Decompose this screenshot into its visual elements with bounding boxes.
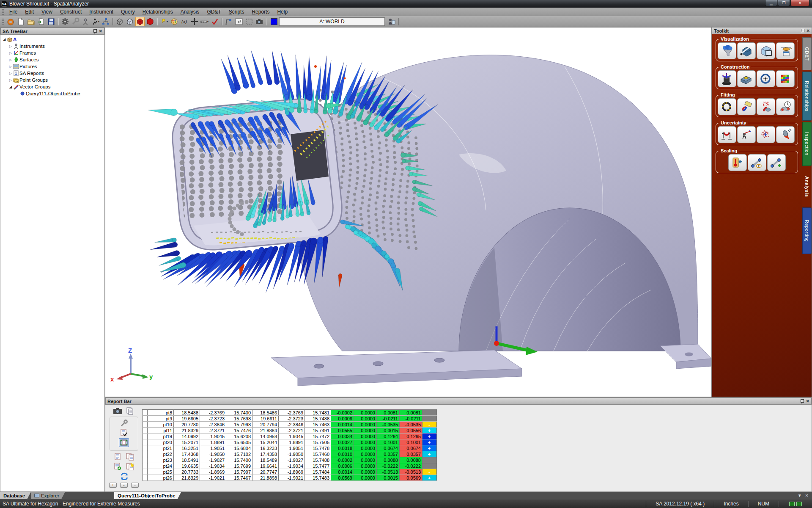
check-mark-icon[interactable] [210, 17, 219, 26]
menu-reports[interactable]: Reports [248, 8, 273, 16]
scale-bar-add-button[interactable] [767, 154, 786, 171]
tree-item-sa-reports[interactable]: ▷SA Reports [0, 70, 104, 77]
menu-drag-grip[interactable] [2, 9, 4, 15]
cloud-fit-button[interactable] [757, 98, 775, 115]
tree-expander[interactable]: ▷ [8, 58, 13, 62]
cube-wireframe-icon[interactable] [115, 17, 124, 26]
network-connect-icon[interactable] [101, 17, 110, 26]
tree-item-instruments[interactable]: ▷Instruments [0, 43, 104, 50]
tree-item-vector-groups[interactable]: ◢Vector Groups [0, 83, 104, 90]
enter-key-icon[interactable] [234, 17, 244, 26]
color-palette-icon[interactable] [170, 17, 179, 26]
menu-file[interactable]: File [5, 8, 21, 16]
copy-icon[interactable] [126, 407, 135, 415]
side-tab-analysis[interactable]: Analysis [802, 167, 812, 206]
instrument-add-icon[interactable] [81, 17, 90, 26]
clipping-plane-button[interactable] [737, 42, 756, 59]
title-bar[interactable]: SA Blower Shroud.xit - SpatialAnalyzer ▁… [0, 0, 812, 8]
circle-center-button[interactable] [757, 70, 775, 87]
table-row[interactable]: pt2015.2071-1.889115.650515.2044-1.88911… [143, 439, 437, 445]
fit-circle-button[interactable] [718, 98, 736, 115]
frame-wizard-button[interactable] [718, 70, 736, 87]
tab-close-icon[interactable]: ✕ [805, 493, 809, 498]
treebar-close-icon[interactable]: ✕ [99, 29, 102, 33]
tree-item-pictures[interactable]: ▷Pictures [0, 63, 104, 70]
tab-database[interactable]: Database [0, 492, 31, 499]
drone-view-button[interactable] [776, 42, 795, 59]
view-zoom-box-button[interactable] [757, 42, 775, 59]
frame-report-icon[interactable] [387, 17, 396, 26]
tree-expander[interactable]: ▷ [8, 51, 13, 55]
cube-iso-icon[interactable] [125, 17, 134, 26]
close-button[interactable]: ✕ [790, 0, 809, 6]
pin-callout-icon[interactable]: ▼ [159, 17, 169, 26]
temperature-scale-button[interactable] [728, 154, 747, 171]
menu-scripts[interactable]: Scripts [225, 8, 248, 16]
menu-view[interactable]: View [38, 8, 56, 16]
side-tab-gdt[interactable]: GD&T [802, 37, 812, 70]
tab-explorer[interactable]: Explorer [31, 492, 65, 499]
sensor-uncertainty-button[interactable] [776, 126, 795, 143]
surface-fit-gauge-button[interactable] [776, 98, 795, 115]
open-file-icon[interactable] [26, 17, 36, 26]
table-row[interactable]: pt2217.4368-1.905015.710217.4358-1.90501… [143, 451, 437, 457]
active-frame-combo[interactable]: A::WORLD [279, 17, 385, 26]
reports-stack-icon[interactable] [126, 453, 135, 461]
refresh-icon[interactable] [119, 472, 129, 480]
restore-button[interactable]: ❐ [778, 0, 790, 6]
tree-item-a[interactable]: ◢A [0, 36, 104, 43]
camera-icon[interactable] [113, 407, 122, 415]
table-row[interactable]: pt2520.7733-1.896915.799720.7747-1.89691… [143, 469, 437, 475]
cloud-filter-button[interactable] [718, 42, 736, 59]
tab-scroll-icon[interactable]: ▼ [798, 493, 802, 498]
menu-help[interactable]: Help [273, 8, 291, 16]
side-tab-relationships[interactable]: Relationships [802, 72, 812, 121]
color-cube-button[interactable] [776, 70, 795, 87]
scale-bar-check-button[interactable] [748, 154, 766, 171]
table-row[interactable]: pt919.6605-2.372315.769819.6611-2.372315… [143, 416, 437, 422]
menu-analysis[interactable]: Analysis [177, 8, 203, 16]
table-row[interactable]: pt1914.0992-1.904515.620814.0958-1.90451… [143, 433, 437, 439]
working-color-swatch[interactable] [271, 18, 277, 25]
wrench-icon[interactable] [119, 419, 129, 427]
instrument-uncertainty-button[interactable] [737, 126, 756, 143]
report-icon[interactable] [113, 453, 122, 461]
report-bar-close-icon[interactable]: ✕ [806, 399, 809, 403]
cube-red-icon[interactable] [135, 17, 145, 26]
move-cross-icon[interactable] [190, 17, 199, 26]
status-units[interactable]: Inches [714, 501, 748, 507]
tree-expander[interactable]: ▷ [8, 44, 13, 48]
side-tab-inspection[interactable]: Inspection [802, 122, 812, 166]
selection-box-icon[interactable] [244, 17, 254, 26]
dimension-tool-icon[interactable]: ▼ [200, 17, 209, 26]
camera-capture-icon[interactable] [255, 17, 264, 26]
menu-gdt[interactable]: GD&T [203, 8, 225, 16]
reports-copy-icon[interactable] [126, 462, 135, 470]
report-check-icon[interactable] [119, 428, 129, 436]
minimize-button[interactable]: ▁ [765, 0, 777, 6]
table-row[interactable]: pt2116.3251-1.905115.680416.3233-1.90511… [143, 445, 437, 451]
tree-expander[interactable]: ◢ [2, 37, 6, 41]
tree-expander[interactable]: ▷ [8, 65, 13, 69]
menu-instrument[interactable]: Instrument [85, 8, 117, 16]
tree-item-surfaces[interactable]: ▷Surfaces [0, 56, 104, 63]
run-interface-icon[interactable]: ▼ [91, 17, 100, 26]
menu-edit[interactable]: Edit [21, 8, 38, 16]
import-file-icon[interactable] [36, 17, 46, 26]
report-zoom-fit-button[interactable]: = [131, 483, 139, 488]
side-tab-reporting[interactable]: Reporting [802, 207, 812, 254]
report-frame-icon[interactable] [119, 438, 129, 447]
menu-construct[interactable]: Construct [56, 8, 85, 16]
table-row[interactable]: pt2318.5491-1.902715.740018.5489-1.90271… [143, 457, 437, 463]
usmn-field-button[interactable] [718, 126, 736, 143]
vector-report-table[interactable]: pt818.5488-2.376915.740018.5486-2.376915… [142, 409, 437, 481]
relationship-node-icon[interactable] [224, 17, 233, 26]
table-row[interactable]: pt1121.8329-2.372115.747621.8884-2.37211… [143, 428, 437, 433]
save-file-icon[interactable] [47, 17, 56, 26]
function-x-icon[interactable]: (x) [180, 17, 189, 26]
menu-query[interactable]: Query [117, 8, 139, 16]
wrench-tools-icon[interactable] [71, 17, 80, 26]
sa-home-icon[interactable] [6, 17, 15, 26]
toolkit-close-icon[interactable]: ✕ [807, 28, 810, 33]
report-zoom-out-button[interactable]: - [120, 483, 128, 488]
